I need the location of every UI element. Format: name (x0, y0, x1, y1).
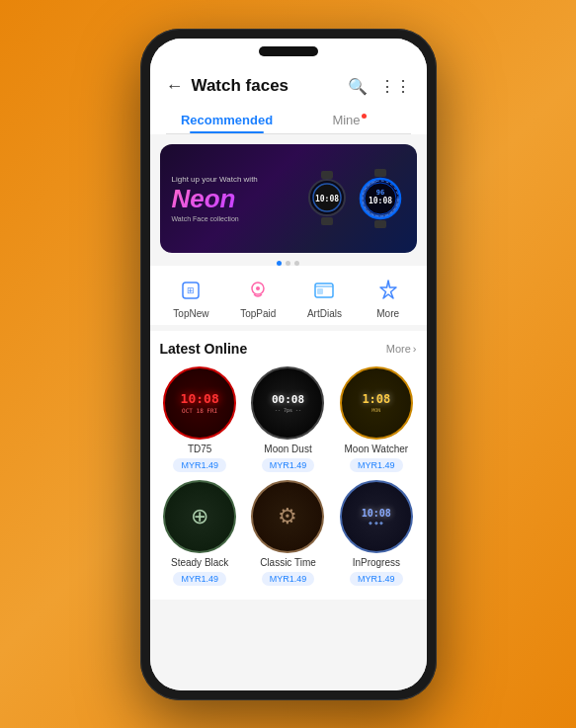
watch-face-td75: 10:08 OCT 18 FRI (163, 366, 236, 440)
tab-recommended[interactable]: Recommended (166, 105, 288, 133)
banner-watch-images: 10:08 96 10:08 (302, 164, 405, 233)
section-title: Latest Online (160, 341, 248, 357)
svg-text:⊞: ⊞ (187, 285, 195, 295)
svg-rect-5 (374, 169, 386, 177)
svg-rect-0 (321, 171, 333, 179)
watch-name-classictime: Classic Time (260, 557, 316, 568)
phone-frame: ← Watch faces 🔍 ⋮⋮ Recommended Mine (140, 29, 437, 700)
watch-face-moondust: 00:08 -- 7ps -- (251, 366, 324, 440)
banner-description: Watch Face collection (172, 215, 302, 222)
watch-card-td75[interactable]: 10:08 OCT 18 FRI TD75 MYR1.49 (160, 366, 240, 472)
watch-card-steadyblack[interactable]: ⊕ Steady Black MYR1.49 (160, 480, 240, 586)
watch-price-td75: MYR1.49 (173, 458, 226, 472)
more-options-icon[interactable]: ⋮⋮ (379, 77, 411, 96)
banner-watch-1: 10:08 (302, 164, 352, 233)
category-more[interactable]: More (373, 276, 403, 319)
watch-card-classictime[interactable]: ⚙ Classic Time MYR1.49 (248, 480, 328, 586)
watch-name-moonwatcher: Moon Watcher (345, 444, 409, 454)
banner-watch-2: 96 10:08 (356, 164, 405, 233)
category-topnew[interactable]: ⊞ TopNew (173, 276, 208, 319)
category-more-label: More (376, 308, 399, 319)
svg-text:96: 96 (375, 189, 383, 197)
category-artdials[interactable]: ArtDials (307, 276, 342, 319)
toppaid-icon (243, 276, 273, 305)
artdials-icon (309, 276, 339, 305)
watch-price-inprogress: MYR1.49 (350, 572, 403, 586)
category-artdials-label: ArtDials (307, 308, 342, 319)
watch-face-inprogress: 10:08 ◆ ◆ ◆ (340, 480, 413, 553)
watch-card-inprogress[interactable]: 10:08 ◆ ◆ ◆ InProgress MYR1.49 (336, 480, 416, 586)
watch-price-moonwatcher: MYR1.49 (350, 458, 403, 472)
watch-card-moondust[interactable]: 00:08 -- 7ps -- Moon Dust MYR1.49 (248, 366, 328, 472)
watch-price-classictime: MYR1.49 (262, 572, 315, 586)
svg-text:10:08: 10:08 (368, 197, 391, 205)
dot-3 (294, 261, 299, 266)
svg-rect-19 (317, 288, 323, 294)
dot-1 (277, 261, 282, 266)
watch-grid: 10:08 OCT 18 FRI TD75 MYR1.49 00:08 -- (160, 366, 417, 586)
back-button[interactable]: ← (166, 76, 184, 97)
watch-price-moondust: MYR1.49 (262, 458, 315, 472)
dot-2 (286, 261, 290, 266)
svg-rect-1 (321, 217, 333, 225)
category-toppaid-label: TopPaid (240, 308, 276, 319)
category-topnew-label: TopNew (173, 308, 208, 319)
category-toppaid[interactable]: TopPaid (240, 276, 276, 319)
banner-subtitle: Light up your Watch with (172, 175, 302, 184)
tab-mine[interactable]: Mine (288, 105, 411, 133)
page-title: Watch faces (192, 76, 289, 96)
more-categories-icon (373, 276, 403, 305)
scroll-area: Light up your Watch with Neon Watch Face… (150, 134, 427, 690)
watch-card-moonwatcher[interactable]: 1:08 MON Moon Watcher MYR1.49 (336, 366, 416, 472)
watch-face-moonwatcher: 1:08 MON (340, 366, 413, 440)
watch-name-steadyblack: Steady Black (171, 557, 228, 568)
phone-screen: ← Watch faces 🔍 ⋮⋮ Recommended Mine (150, 39, 427, 690)
phone-notch (259, 46, 318, 56)
svg-text:10:08: 10:08 (314, 195, 338, 203)
latest-online-section: Latest Online More › 10:08 OCT 18 FRI (150, 331, 427, 600)
section-header: Latest Online More › (160, 341, 417, 357)
app-header: ← Watch faces 🔍 ⋮⋮ Recommended Mine (150, 68, 427, 134)
search-icon[interactable]: 🔍 (348, 77, 368, 96)
watch-face-steadyblack: ⊕ (163, 480, 236, 553)
watch-face-classictime: ⚙ (251, 480, 324, 553)
promo-banner[interactable]: Light up your Watch with Neon Watch Face… (160, 144, 417, 253)
svg-point-16 (256, 286, 260, 290)
banner-title: Neon (172, 186, 302, 211)
category-bar: ⊞ TopNew TopPaid (150, 266, 427, 325)
notification-dot (362, 114, 367, 119)
watch-name-inprogress: InProgress (353, 557, 400, 568)
topnew-icon: ⊞ (176, 276, 206, 305)
watch-name-moondust: Moon Dust (264, 444, 311, 454)
tab-bar: Recommended Mine (166, 105, 411, 134)
more-link[interactable]: More › (386, 343, 417, 355)
watch-price-steadyblack: MYR1.49 (173, 572, 226, 586)
svg-rect-6 (374, 220, 386, 228)
watch-name-td75: TD75 (188, 444, 211, 454)
